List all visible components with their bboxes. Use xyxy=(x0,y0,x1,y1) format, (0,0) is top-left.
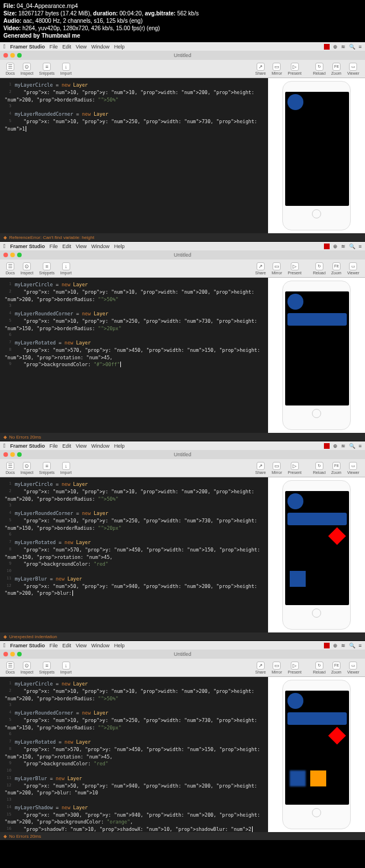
present-button[interactable]: ▷Present xyxy=(286,63,304,75)
snippets-button[interactable]: ≡Snippets xyxy=(37,662,57,674)
present-button[interactable]: ▷Present xyxy=(286,262,304,275)
home-button-icon xyxy=(312,609,321,618)
present-button[interactable]: ▷Present xyxy=(286,662,304,674)
share-button[interactable]: ↗Share xyxy=(253,462,269,474)
present-button[interactable]: ▷Present xyxy=(286,462,304,474)
docs-button[interactable]: ☰Docs xyxy=(3,63,17,75)
minimize-icon[interactable] xyxy=(10,53,15,58)
zoom-button[interactable]: FitZoom xyxy=(329,662,344,674)
snippets-button[interactable]: ≡Snippets xyxy=(37,262,57,275)
snippets-button[interactable]: ≡Snippets xyxy=(37,462,57,474)
record-icon xyxy=(324,643,330,648)
code-editor[interactable]: 1myLayerCircle = new Layer2 "prop">x: "n… xyxy=(0,477,268,632)
mac-menubar: Framer StudioFileEditViewWindowHelp⊕≋🔍≡ xyxy=(0,641,365,650)
viewer-button[interactable]: ▭Viewer xyxy=(345,262,362,275)
import-button[interactable]: ↓Import xyxy=(58,262,74,275)
snippets-button[interactable]: ≡Snippets xyxy=(37,63,57,75)
window-title: Untitled xyxy=(174,52,192,58)
docs-button[interactable]: ☰Docs xyxy=(3,462,17,474)
phone-mockup xyxy=(282,480,351,630)
maximize-icon[interactable] xyxy=(17,452,22,457)
import-button[interactable]: ↓Import xyxy=(58,662,74,674)
minimize-icon[interactable] xyxy=(10,452,15,457)
share-button[interactable]: ↗Share xyxy=(253,262,269,275)
menu-item[interactable]: Window xyxy=(91,44,110,50)
close-icon[interactable] xyxy=(3,253,8,257)
mirror-button[interactable]: ▭Mirror xyxy=(269,262,284,275)
menu-item[interactable]: View xyxy=(76,44,87,50)
menu-item[interactable]: Help xyxy=(114,44,125,50)
window-title: Untitled xyxy=(174,452,192,457)
search-icon: 🔍 xyxy=(349,244,355,249)
wifi-icon: ≋ xyxy=(341,244,346,249)
docs-button[interactable]: ☰Docs xyxy=(3,662,17,674)
menu-item[interactable]: File xyxy=(50,443,58,449)
close-icon[interactable] xyxy=(3,53,8,58)
zoom-button[interactable]: FitZoom xyxy=(329,462,344,474)
menu-item[interactable]: Window xyxy=(91,443,110,449)
menu-item[interactable]: Help xyxy=(114,244,125,249)
wifi-icon: ≋ xyxy=(341,44,346,50)
phone-mockup xyxy=(282,680,351,829)
zoom-button[interactable]: FitZoom xyxy=(329,63,344,75)
share-button[interactable]: ↗Share xyxy=(253,63,269,75)
menu-item[interactable]: File xyxy=(50,44,58,50)
close-icon[interactable] xyxy=(3,452,8,457)
import-button[interactable]: ↓Import xyxy=(58,63,74,75)
code-editor[interactable]: 1myLayerCircle = new Layer2 "prop">x: "n… xyxy=(0,677,268,832)
viewer-button[interactable]: ▭Viewer xyxy=(345,462,362,474)
code-editor[interactable]: 1myLayerCircle = new Layer2 "prop">x: "n… xyxy=(0,78,268,233)
inspect-button[interactable]: ⊙Inspect xyxy=(18,262,36,275)
preview-pane xyxy=(268,278,365,433)
menu-item[interactable]: View xyxy=(76,643,87,648)
phone-screen xyxy=(285,491,349,605)
menu-item[interactable]: View xyxy=(76,244,87,249)
toolbar: ☰Docs⊙Inspect≡Snippets↓Import↗Share▭Mirr… xyxy=(0,659,365,677)
inspect-button[interactable]: ⊙Inspect xyxy=(18,662,36,674)
code-editor[interactable]: 1myLayerCircle = new Layer2 "prop">x: "n… xyxy=(0,278,268,433)
menu-item[interactable]: Edit xyxy=(62,244,71,249)
reload-button[interactable]: ↻Reload xyxy=(311,462,328,474)
reload-button[interactable]: ↻Reload xyxy=(311,262,328,275)
menu-item[interactable]: Help xyxy=(114,443,125,449)
inspect-button[interactable]: ⊙Inspect xyxy=(18,63,36,75)
menu-item[interactable]: Window xyxy=(91,643,110,648)
maximize-icon[interactable] xyxy=(17,652,22,656)
minimize-icon[interactable] xyxy=(10,652,15,656)
menu-item[interactable]: File xyxy=(50,643,58,648)
search-icon: 🔍 xyxy=(349,44,355,50)
phone-screen xyxy=(285,691,349,805)
viewer-button[interactable]: ▭Viewer xyxy=(345,63,362,75)
phone-screen xyxy=(285,92,349,206)
share-button[interactable]: ↗Share xyxy=(253,662,269,674)
maximize-icon[interactable] xyxy=(17,53,22,58)
menu-item[interactable]: Edit xyxy=(62,44,71,50)
home-button-icon xyxy=(312,808,321,817)
docs-button[interactable]: ☰Docs xyxy=(3,262,17,275)
import-button[interactable]: ↓Import xyxy=(58,462,74,474)
reload-button[interactable]: ↻Reload xyxy=(311,662,328,674)
preview-shape xyxy=(287,94,303,110)
preview-shape xyxy=(328,527,346,545)
app-name: Framer Studio xyxy=(10,244,45,249)
close-icon[interactable] xyxy=(3,652,8,656)
record-icon xyxy=(324,44,330,50)
menu-item[interactable]: Edit xyxy=(62,643,71,648)
inspect-button[interactable]: ⊙Inspect xyxy=(18,462,36,474)
menu-item[interactable]: Help xyxy=(114,643,125,648)
zoom-button[interactable]: FitZoom xyxy=(329,262,344,275)
mirror-button[interactable]: ▭Mirror xyxy=(269,63,284,75)
preview-pane xyxy=(268,677,365,832)
reload-button[interactable]: ↻Reload xyxy=(311,63,328,75)
maximize-icon[interactable] xyxy=(17,253,22,257)
apple-icon:  xyxy=(3,443,6,449)
menu-item[interactable]: View xyxy=(76,443,87,449)
menu-item[interactable]: File xyxy=(50,244,58,249)
mirror-button[interactable]: ▭Mirror xyxy=(269,662,284,674)
mirror-button[interactable]: ▭Mirror xyxy=(269,462,284,474)
menu-item[interactable]: Edit xyxy=(62,443,71,449)
menu-item[interactable]: Window xyxy=(91,244,110,249)
minimize-icon[interactable] xyxy=(10,253,15,257)
video-frame: Framer StudioFileEditViewWindowHelp⊕≋🔍≡… xyxy=(0,241,365,441)
viewer-button[interactable]: ▭Viewer xyxy=(345,662,362,674)
